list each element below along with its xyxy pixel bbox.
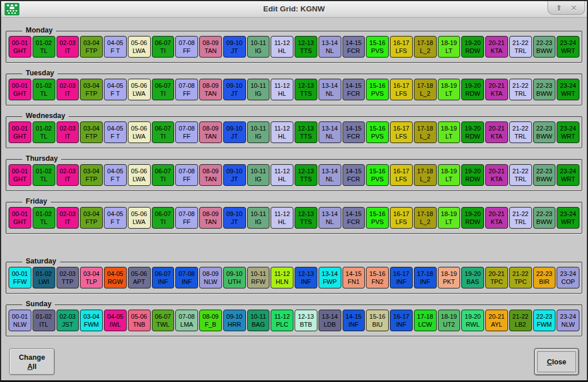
grid-cell-sunday-19-20[interactable]: 19-20RWL (461, 310, 484, 331)
grid-cell-sunday-02-03[interactable]: 02-03JST (57, 310, 79, 331)
grid-cell-thursday-17-18[interactable]: 17-18L_2 (414, 164, 437, 186)
grid-cell-monday-05-06[interactable]: 05-06LWA (128, 36, 151, 58)
grid-cell-thursday-01-02[interactable]: 01-02TL (33, 164, 55, 186)
grid-cell-friday-11-12[interactable]: 11-12HL (271, 207, 293, 229)
grid-cell-monday-16-17[interactable]: 16-17LFS (390, 36, 413, 58)
grid-cell-tuesday-08-09[interactable]: 08-09TAN (199, 79, 222, 100)
grid-cell-friday-12-13[interactable]: 12-13TTS (295, 207, 317, 229)
grid-cell-monday-06-07[interactable]: 06-07TI (152, 36, 175, 58)
grid-cell-sunday-10-11[interactable]: 10-11BAG (247, 310, 270, 331)
close-window-button[interactable]: ✕ (566, 2, 581, 14)
grid-cell-sunday-12-13[interactable]: 12-13BTB (295, 310, 317, 331)
grid-cell-wednesday-15-16[interactable]: 15-16PVS (366, 121, 389, 143)
grid-cell-tuesday-15-16[interactable]: 15-16PVS (366, 79, 389, 100)
grid-cell-tuesday-00-01[interactable]: 00-01GHT (9, 79, 31, 100)
grid-cell-thursday-19-20[interactable]: 19-20RDW (461, 164, 484, 186)
grid-cell-sunday-06-07[interactable]: 06-07TWL (152, 310, 175, 331)
grid-cell-saturday-07-08[interactable]: 07-08INF (175, 267, 198, 288)
grid-cell-thursday-12-13[interactable]: 12-13TTS (295, 164, 317, 186)
grid-cell-thursday-05-06[interactable]: 05-06LWA (128, 164, 151, 186)
grid-cell-friday-07-08[interactable]: 07-08FF (175, 207, 198, 229)
grid-cell-thursday-02-03[interactable]: 02-03IT (57, 164, 79, 186)
grid-cell-wednesday-16-17[interactable]: 16-17LFS (390, 121, 413, 143)
grid-cell-wednesday-10-11[interactable]: 10-11IG (247, 121, 270, 143)
grid-cell-sunday-15-16[interactable]: 15-16BIU (366, 310, 389, 331)
grid-cell-friday-18-19[interactable]: 18-19LT (438, 207, 461, 229)
grid-cell-wednesday-21-22[interactable]: 21-22TRL (509, 121, 532, 143)
grid-cell-saturday-16-17[interactable]: 16-17INF (390, 267, 413, 288)
grid-cell-monday-17-18[interactable]: 17-18L_2 (414, 36, 437, 58)
grid-cell-tuesday-06-07[interactable]: 06-07TI (152, 79, 175, 100)
grid-cell-saturday-20-21[interactable]: 20-21TPC (485, 267, 508, 288)
grid-cell-tuesday-20-21[interactable]: 20-21KTA (485, 79, 508, 100)
grid-cell-friday-15-16[interactable]: 15-16PVS (366, 207, 389, 229)
grid-cell-tuesday-04-05[interactable]: 04-05F T (104, 79, 127, 100)
grid-cell-sunday-23-24[interactable]: 23-24NLW (557, 310, 579, 331)
grid-cell-wednesday-11-12[interactable]: 11-12HL (271, 121, 293, 143)
grid-cell-saturday-09-10[interactable]: 09-10UTH (223, 267, 246, 288)
grid-cell-wednesday-12-13[interactable]: 12-13TTS (295, 121, 317, 143)
grid-cell-saturday-17-18[interactable]: 17-18INF (414, 267, 437, 288)
grid-cell-friday-06-07[interactable]: 06-07TI (152, 207, 175, 229)
grid-cell-friday-05-06[interactable]: 05-06LWA (128, 207, 151, 229)
grid-cell-friday-04-05[interactable]: 04-05F T (104, 207, 127, 229)
grid-cell-saturday-15-16[interactable]: 15-16FN2 (366, 267, 389, 288)
grid-cell-sunday-18-19[interactable]: 18-19UT2 (438, 310, 461, 331)
grid-cell-thursday-08-09[interactable]: 08-09TAN (199, 164, 222, 186)
grid-cell-monday-03-04[interactable]: 03-04FTP (80, 36, 103, 58)
grid-cell-monday-22-23[interactable]: 22-23BWW (533, 36, 556, 58)
grid-cell-wednesday-02-03[interactable]: 02-03IT (57, 121, 79, 143)
grid-cell-wednesday-17-18[interactable]: 17-18L_2 (414, 121, 437, 143)
grid-cell-monday-12-13[interactable]: 12-13TTS (295, 36, 317, 58)
grid-cell-wednesday-20-21[interactable]: 20-21KTA (485, 121, 508, 143)
grid-cell-tuesday-22-23[interactable]: 22-23BWW (533, 79, 556, 100)
grid-cell-tuesday-14-15[interactable]: 14-15FCR (343, 79, 365, 100)
grid-cell-saturday-00-01[interactable]: 00-01FFW (9, 267, 31, 288)
grid-cell-saturday-22-23[interactable]: 22-23BIR (533, 267, 556, 288)
grid-cell-friday-14-15[interactable]: 14-15FCR (343, 207, 365, 229)
grid-cell-sunday-20-21[interactable]: 20-21AYL (485, 310, 508, 331)
grid-cell-monday-23-24[interactable]: 23-24WRT (557, 36, 579, 58)
grid-cell-thursday-16-17[interactable]: 16-17LFS (390, 164, 413, 186)
grid-cell-wednesday-03-04[interactable]: 03-04FTP (80, 121, 103, 143)
grid-cell-saturday-19-20[interactable]: 19-20BAS (461, 267, 484, 288)
grid-cell-wednesday-22-23[interactable]: 22-23BWW (533, 121, 556, 143)
grid-cell-thursday-10-11[interactable]: 10-11IG (247, 164, 270, 186)
grid-cell-thursday-00-01[interactable]: 00-01GHT (9, 164, 31, 186)
grid-cell-wednesday-19-20[interactable]: 19-20RDW (461, 121, 484, 143)
grid-cell-friday-20-21[interactable]: 20-21KTA (485, 207, 508, 229)
grid-cell-saturday-12-13[interactable]: 12-13INF (295, 267, 317, 288)
grid-cell-friday-02-03[interactable]: 02-03IT (57, 207, 79, 229)
grid-cell-thursday-06-07[interactable]: 06-07TI (152, 164, 175, 186)
grid-cell-wednesday-14-15[interactable]: 14-15FCR (343, 121, 365, 143)
grid-cell-saturday-01-02[interactable]: 01-02LWI (33, 267, 55, 288)
grid-cell-saturday-10-11[interactable]: 10-11RFW (247, 267, 270, 288)
grid-cell-sunday-05-06[interactable]: 05-06TNB (128, 310, 151, 331)
grid-cell-thursday-14-15[interactable]: 14-15FCR (343, 164, 365, 186)
grid-cell-monday-18-19[interactable]: 18-19LT (438, 36, 461, 58)
grid-cell-wednesday-00-01[interactable]: 00-01GHT (9, 121, 31, 143)
grid-cell-friday-01-02[interactable]: 01-02TL (33, 207, 55, 229)
grid-cell-saturday-05-06[interactable]: 05-06APT (128, 267, 151, 288)
grid-cell-saturday-11-12[interactable]: 11-12HLN (271, 267, 293, 288)
grid-cell-sunday-16-17[interactable]: 16-17INF (390, 310, 413, 331)
grid-cell-tuesday-11-12[interactable]: 11-12HL (271, 79, 293, 100)
grid-cell-friday-19-20[interactable]: 19-20RDW (461, 207, 484, 229)
grid-cell-saturday-06-07[interactable]: 06-07INF (152, 267, 175, 288)
grid-cell-friday-08-09[interactable]: 08-09TAN (199, 207, 222, 229)
grid-cell-sunday-22-23[interactable]: 22-23FWM (533, 310, 556, 331)
grid-cell-monday-01-02[interactable]: 01-02TL (33, 36, 55, 58)
grid-cell-sunday-08-09[interactable]: 08-09F_B (199, 310, 222, 331)
close-button[interactable]: Close (534, 348, 579, 375)
grid-cell-wednesday-13-14[interactable]: 13-14NL (319, 121, 341, 143)
grid-cell-wednesday-18-19[interactable]: 18-19LT (438, 121, 461, 143)
grid-cell-wednesday-04-05[interactable]: 04-05F T (104, 121, 127, 143)
grid-cell-tuesday-18-19[interactable]: 18-19LT (438, 79, 461, 100)
grid-cell-sunday-11-12[interactable]: 11-12PLC (271, 310, 293, 331)
grid-cell-thursday-21-22[interactable]: 21-22TRL (509, 164, 532, 186)
grid-cell-tuesday-09-10[interactable]: 09-10JT (223, 79, 246, 100)
grid-cell-thursday-23-24[interactable]: 23-24WRT (557, 164, 579, 186)
grid-cell-saturday-14-15[interactable]: 14-15FN1 (343, 267, 365, 288)
grid-cell-tuesday-03-04[interactable]: 03-04FTP (80, 79, 103, 100)
shade-window-button[interactable]: ⬆ (551, 2, 566, 14)
